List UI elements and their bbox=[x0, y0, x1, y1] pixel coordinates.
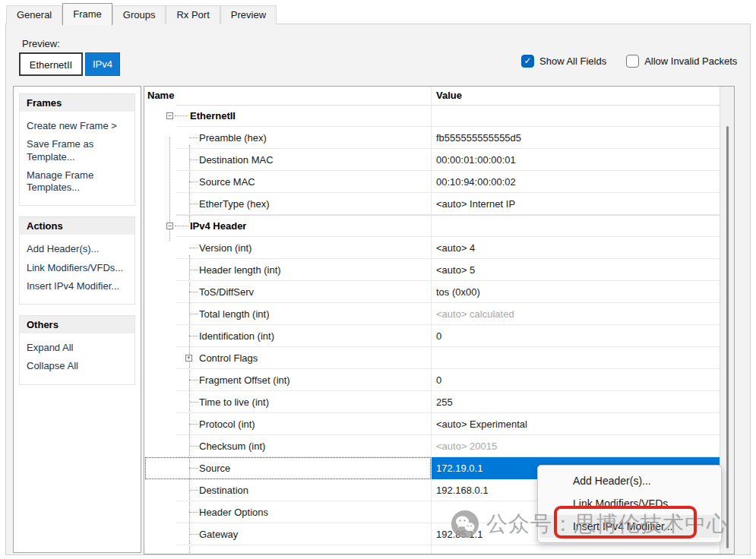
sidebar-item-save-frame-as-template[interactable]: Save Frame as Template... bbox=[27, 138, 128, 163]
checkbox-show-all-fields[interactable]: ✓ bbox=[521, 55, 534, 68]
field-name: Protocol (int) bbox=[199, 413, 255, 435]
field-value: 00:10:94:00:00:02 bbox=[436, 171, 516, 193]
table-row-checksum-int[interactable]: Checksum (int)<auto> 20015 bbox=[144, 435, 720, 457]
option-show-all-fields[interactable]: ✓Show All Fields bbox=[521, 55, 606, 68]
checkbox-allow-invalid-packets[interactable] bbox=[626, 55, 639, 68]
table-row-version-int[interactable]: Version (int)<auto> 4 bbox=[144, 237, 720, 259]
field-value: <auto> 20015 bbox=[436, 435, 497, 457]
field-name: Checksum (int) bbox=[199, 435, 265, 457]
field-name: Header Options bbox=[199, 501, 268, 523]
sidebar-item-collapse-all[interactable]: Collapse All bbox=[27, 360, 128, 372]
field-name: Version (int) bbox=[199, 237, 251, 259]
table-row-identification-int[interactable]: Identification (int)0 bbox=[144, 325, 720, 347]
table-row-ipv4-header[interactable]: −IPv4 Header bbox=[144, 215, 720, 237]
tree-tick bbox=[189, 534, 198, 535]
sidebar-section-title: Frames bbox=[20, 94, 134, 112]
tree-tick bbox=[175, 226, 188, 226]
table-row-total-length-int[interactable]: Total length (int)<auto> calculated bbox=[144, 303, 720, 325]
field-value: 0 bbox=[436, 325, 441, 347]
field-name: IPv4 Header bbox=[190, 215, 246, 237]
table-row-preamble-hex[interactable]: Preamble (hex)fb555555555555d5 bbox=[144, 127, 720, 149]
tree-tick bbox=[189, 336, 198, 336]
field-name: Destination MAC bbox=[199, 149, 274, 171]
checkbox-label: Allow Invalid Packets bbox=[644, 55, 737, 67]
sidebar-section-actions: ActionsAdd Header(s)...Link Modifiers/VF… bbox=[19, 216, 135, 305]
field-name: Header length (int) bbox=[199, 259, 281, 281]
table-row-fragment-offset-int[interactable]: Fragment Offset (int)0 bbox=[144, 369, 720, 391]
field-value: <auto> 4 bbox=[436, 237, 475, 259]
tree-tick bbox=[189, 314, 198, 314]
table-row-protocol-int[interactable]: Protocol (int)<auto> Experimental bbox=[144, 413, 720, 435]
tree-tick bbox=[189, 402, 198, 403]
table-row-tos-diffserv[interactable]: ToS/DiffServtos (0x00) bbox=[144, 281, 720, 303]
collapse-expander-icon[interactable]: − bbox=[166, 112, 173, 119]
sidebar-section-frames: FramesCreate new Frame >Save Frame as Te… bbox=[19, 93, 135, 206]
table-row-ethertype-hex[interactable]: EtherType (hex)<auto> Internet IP bbox=[144, 193, 720, 215]
collapse-expander-icon[interactable]: − bbox=[166, 223, 173, 229]
sidebar-item-add-header-s[interactable]: Add Header(s)... bbox=[27, 243, 128, 255]
table-row-destination-mac[interactable]: Destination MAC00:00:01:00:00:01 bbox=[144, 149, 720, 171]
field-name: EtherType (hex) bbox=[199, 193, 270, 215]
sidebar-section-items: Add Header(s)...Link Modifiers/VFDs...In… bbox=[20, 235, 134, 304]
tab-preview[interactable]: Preview bbox=[220, 5, 277, 24]
tab-bar: GeneralFrameGroupsRx PortPreview bbox=[6, 3, 277, 24]
option-allow-invalid-packets[interactable]: Allow Invalid Packets bbox=[626, 55, 737, 68]
sidebar-section-items: Expand AllCollapse All bbox=[20, 333, 134, 384]
scrollbar-thumb[interactable] bbox=[726, 126, 729, 548]
field-value: <auto> Experimental bbox=[436, 413, 527, 435]
field-name: EthernetII bbox=[190, 105, 236, 127]
field-value: 172.19.0.1 bbox=[436, 457, 482, 479]
row-border bbox=[176, 105, 720, 106]
expand-expander-icon[interactable]: + bbox=[185, 355, 192, 362]
tree-tick bbox=[189, 380, 198, 381]
context-menu: Add Header(s)...Link Modifiers/VFDs...In… bbox=[537, 465, 722, 543]
table-row-time-to-live-int[interactable]: Time to live (int)255 bbox=[144, 391, 720, 413]
sidebar-item-link-modifiers-vfds[interactable]: Link Modifiers/VFDs... bbox=[27, 262, 128, 274]
tree-tick bbox=[189, 159, 198, 160]
sidebar-item-create-new-frame[interactable]: Create new Frame > bbox=[27, 120, 128, 132]
row-border bbox=[176, 215, 720, 216]
tab-frame[interactable]: Frame bbox=[62, 3, 112, 25]
field-value: 192.85.1.1 bbox=[436, 523, 482, 545]
context-menu-item-add-header-s[interactable]: Add Header(s)... bbox=[539, 469, 720, 492]
sidebar-section-items: Create new Frame >Save Frame as Template… bbox=[20, 112, 134, 205]
context-menu-item-insert-ipv4-modifier[interactable]: Insert IPv4 Modifier... bbox=[539, 515, 720, 538]
field-value: 192.168.0.1 bbox=[436, 479, 489, 501]
field-value: <auto> Internet IP bbox=[436, 193, 515, 215]
context-menu-item-link-modifiers-vfds[interactable]: Link Modifiers/VFDs... bbox=[539, 492, 720, 515]
field-name: Control Flags bbox=[199, 347, 258, 369]
tab-groups[interactable]: Groups bbox=[112, 5, 166, 24]
tree-tick bbox=[189, 424, 198, 425]
sidebar-item-manage-frame-templates[interactable]: Manage Frame Templates... bbox=[27, 169, 128, 194]
sidebar-section-title: Actions bbox=[20, 217, 134, 235]
field-value: fb555555555555d5 bbox=[436, 127, 521, 149]
tab-rx-port[interactable]: Rx Port bbox=[166, 5, 220, 24]
field-name: Total length (int) bbox=[199, 303, 270, 325]
tree-tick bbox=[189, 204, 198, 204]
sidebar: FramesCreate new Frame >Save Frame as Te… bbox=[13, 86, 141, 553]
options-row: ✓Show All FieldsAllow Invalid Packets bbox=[521, 55, 737, 68]
table-row-source-mac[interactable]: Source MAC00:10:94:00:00:02 bbox=[144, 171, 720, 193]
field-value: <auto> calculated bbox=[436, 303, 514, 325]
field-name: Source MAC bbox=[199, 171, 255, 193]
sidebar-item-insert-ipv4-modifier[interactable]: Insert IPv4 Modifier... bbox=[27, 280, 128, 292]
tree-tick bbox=[189, 490, 198, 491]
tree-tick bbox=[175, 115, 188, 116]
tab-general[interactable]: General bbox=[6, 5, 62, 24]
field-value: 0 bbox=[436, 369, 441, 391]
sidebar-section-others: OthersExpand AllCollapse All bbox=[19, 315, 135, 385]
table-row-header-length-int[interactable]: Header length (int)<auto> 5 bbox=[144, 259, 720, 281]
tree-tick bbox=[189, 137, 198, 138]
field-value: 255 bbox=[436, 391, 453, 413]
checkbox-label: Show All Fields bbox=[539, 55, 606, 67]
preview-header-button-ethernetii[interactable]: EthernetII bbox=[19, 52, 83, 76]
field-name: Fragment Offset (int) bbox=[199, 369, 290, 391]
header-preview-buttons: EthernetIIIPv4 bbox=[19, 52, 120, 76]
column-header-name: Name bbox=[147, 87, 174, 105]
preview-header-button-ipv4[interactable]: IPv4 bbox=[85, 52, 120, 76]
focus-rectangle bbox=[145, 457, 431, 479]
field-value: tos (0x00) bbox=[436, 281, 480, 303]
sidebar-item-expand-all[interactable]: Expand All bbox=[27, 342, 128, 354]
table-row-ethernetii[interactable]: −EthernetII bbox=[144, 105, 720, 127]
table-row-control-flags[interactable]: +Control Flags bbox=[144, 347, 720, 369]
